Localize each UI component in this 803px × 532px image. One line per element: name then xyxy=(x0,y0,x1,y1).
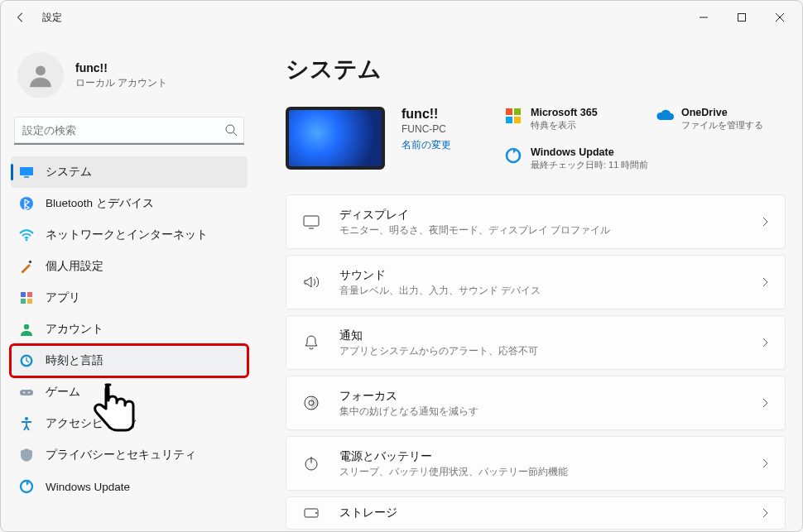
card-sub: モニター、明るさ、夜間モード、ディスプレイ プロファイル xyxy=(339,224,610,237)
svg-point-2 xyxy=(36,65,46,75)
shield-icon xyxy=(19,448,34,463)
tile-sub: 特典を表示 xyxy=(531,119,598,132)
wifi-icon xyxy=(19,228,34,242)
brush-icon xyxy=(19,259,34,274)
storage-icon xyxy=(301,503,321,523)
monitor-icon xyxy=(19,165,34,180)
card-title: ストレージ xyxy=(339,506,397,520)
svg-rect-24 xyxy=(506,117,512,123)
sidebar-item-label: アカウント xyxy=(46,322,103,337)
card-focus[interactable]: フォーカス 集中の妨げとなる通知を減らす xyxy=(286,376,786,430)
sidebar-item-network[interactable]: ネットワークとインターネット xyxy=(11,219,248,251)
svg-point-8 xyxy=(26,239,28,242)
sidebar-item-privacy[interactable]: プライバシーとセキュリティ xyxy=(11,439,248,471)
sidebar-item-apps[interactable]: アプリ xyxy=(11,282,248,314)
sidebar-item-windows-update[interactable]: Windows Update xyxy=(11,471,248,502)
sidebar-item-accounts[interactable]: アカウント xyxy=(11,314,248,345)
user-subtitle: ローカル アカウント xyxy=(75,76,167,90)
svg-rect-12 xyxy=(21,299,26,304)
bell-icon xyxy=(301,333,321,352)
device-id: FUNC-PC xyxy=(402,123,451,135)
tile-title: OneDrive xyxy=(681,107,763,118)
sidebar-item-accessibility[interactable]: アクセシビリティ xyxy=(11,408,248,439)
sidebar-item-label: 個人用設定 xyxy=(46,259,103,274)
tile-title: Windows Update xyxy=(531,146,648,158)
svg-point-3 xyxy=(226,125,234,133)
card-sound[interactable]: サウンド 音量レベル、出力、入力、サウンド デバイス xyxy=(286,255,786,309)
tile-sub: ファイルを管理する xyxy=(681,119,763,132)
card-storage[interactable]: ストレージ xyxy=(286,496,786,530)
bluetooth-icon xyxy=(19,196,34,211)
search-input[interactable] xyxy=(14,117,244,145)
svg-rect-6 xyxy=(24,176,29,178)
chevron-right-icon xyxy=(760,458,770,468)
svg-rect-11 xyxy=(27,292,32,297)
search-box[interactable] xyxy=(14,117,244,145)
sidebar-item-time-language[interactable]: 時刻と言語 xyxy=(11,345,248,376)
svg-point-20 xyxy=(25,417,28,420)
sidebar-item-label: Windows Update xyxy=(46,481,130,493)
svg-rect-25 xyxy=(514,117,521,123)
card-title: サウンド xyxy=(339,268,541,283)
svg-line-4 xyxy=(233,132,237,136)
sidebar-item-label: ゲーム xyxy=(46,385,80,400)
cloud-icon xyxy=(655,107,673,125)
svg-rect-1 xyxy=(738,14,746,22)
chevron-right-icon xyxy=(760,217,770,227)
sidebar-item-label: アクセシビリティ xyxy=(46,416,138,431)
search-icon xyxy=(224,123,238,137)
gamepad-icon xyxy=(19,385,34,400)
card-title: 電源とバッテリー xyxy=(339,449,568,464)
svg-rect-10 xyxy=(21,292,26,297)
sidebar-item-label: プライバシーとセキュリティ xyxy=(46,448,196,463)
sidebar-item-gaming[interactable]: ゲーム xyxy=(11,376,248,408)
back-button[interactable] xyxy=(4,1,37,34)
person-icon xyxy=(19,322,34,337)
clock-globe-icon xyxy=(19,353,34,368)
card-power[interactable]: 電源とバッテリー スリープ、バッテリ使用状況、バッテリー節約機能 xyxy=(286,436,786,491)
svg-rect-23 xyxy=(514,108,521,115)
power-icon xyxy=(301,453,321,473)
device-rename-link[interactable]: 名前の変更 xyxy=(402,138,451,152)
sound-icon xyxy=(301,272,321,292)
sidebar-item-system[interactable]: システム xyxy=(11,156,248,188)
user-name: func!! xyxy=(75,61,167,74)
page-title: システム xyxy=(286,54,786,85)
svg-rect-9 xyxy=(28,260,31,263)
svg-rect-17 xyxy=(20,390,33,395)
sidebar-item-label: Bluetooth とデバイス xyxy=(46,196,154,211)
card-title: 通知 xyxy=(339,328,538,343)
svg-point-14 xyxy=(24,324,29,329)
window-title: 設定 xyxy=(42,11,62,25)
sidebar-item-label: システム xyxy=(46,165,92,180)
close-button[interactable] xyxy=(761,1,799,34)
svg-point-18 xyxy=(23,392,25,394)
update-icon xyxy=(504,146,522,165)
svg-rect-13 xyxy=(27,299,32,304)
card-sub: 集中の妨げとなる通知を減らす xyxy=(339,405,478,418)
tile-onedrive[interactable]: OneDrive ファイルを管理する xyxy=(655,107,786,132)
user-header: func!! ローカル アカウント xyxy=(11,41,248,117)
svg-rect-27 xyxy=(304,216,319,226)
chevron-right-icon xyxy=(760,398,770,408)
svg-point-34 xyxy=(315,512,317,514)
chevron-right-icon xyxy=(760,277,770,287)
maximize-button[interactable] xyxy=(723,1,761,34)
device-name: func!! xyxy=(402,107,451,122)
card-sub: スリープ、バッテリ使用状況、バッテリー節約機能 xyxy=(339,466,568,478)
display-icon xyxy=(301,212,321,232)
minimize-button[interactable] xyxy=(685,1,723,34)
chevron-right-icon xyxy=(760,508,770,518)
avatar xyxy=(17,52,64,98)
sidebar-item-bluetooth[interactable]: Bluetooth とデバイス xyxy=(11,188,248,219)
svg-rect-22 xyxy=(506,108,512,115)
card-title: フォーカス xyxy=(339,389,478,404)
tile-windows-update[interactable]: Windows Update 最終チェック日時: 11 時間前 xyxy=(504,146,786,171)
sidebar-item-personalization[interactable]: 個人用設定 xyxy=(11,251,248,282)
focus-icon xyxy=(301,393,321,413)
svg-point-19 xyxy=(28,392,30,394)
apps-icon xyxy=(19,290,34,305)
tile-microsoft-365[interactable]: Microsoft 365 特典を表示 xyxy=(504,107,635,132)
card-notifications[interactable]: 通知 アプリとシステムからのアラート、応答不可 xyxy=(286,315,786,370)
card-display[interactable]: ディスプレイ モニター、明るさ、夜間モード、ディスプレイ プロファイル xyxy=(286,194,786,249)
